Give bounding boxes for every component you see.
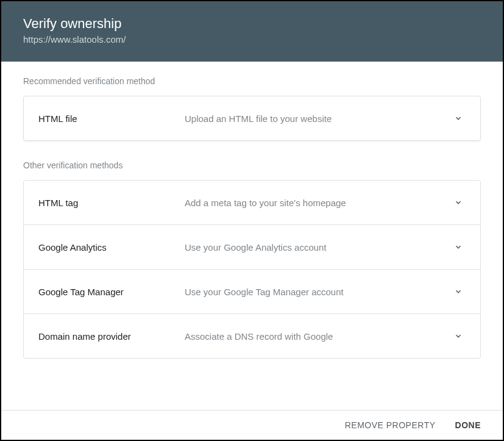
method-html-file[interactable]: HTML file Upload an HTML file to your we… — [24, 96, 480, 140]
done-button[interactable]: DONE — [455, 420, 481, 430]
method-title: Google Tag Manager — [38, 287, 185, 297]
method-desc: Upload an HTML file to your website — [185, 113, 451, 124]
remove-property-button[interactable]: REMOVE PROPERTY — [345, 420, 436, 430]
method-google-tag-manager[interactable]: Google Tag Manager Use your Google Tag M… — [24, 270, 480, 314]
method-desc: Associate a DNS record with Google — [185, 331, 451, 342]
recommended-section-label: Recommended verification method — [23, 76, 481, 86]
other-methods-panel: HTML tag Add a meta tag to your site's h… — [23, 180, 481, 359]
method-desc: Use your Google Tag Manager account — [185, 287, 451, 297]
method-desc: Add a meta tag to your site's homepage — [185, 198, 451, 208]
method-title: Domain name provider — [38, 331, 185, 342]
chevron-down-icon — [451, 284, 466, 299]
dialog-subtitle: https://www.slatools.com/ — [23, 34, 481, 45]
dialog-header: Verify ownership https://www.slatools.co… — [1, 1, 503, 62]
chevron-down-icon — [451, 195, 466, 210]
dialog-content: Recommended verification method HTML fil… — [1, 62, 503, 410]
dialog-footer: REMOVE PROPERTY DONE — [1, 410, 503, 440]
chevron-down-icon — [451, 111, 466, 126]
dialog-title: Verify ownership — [23, 16, 481, 32]
chevron-down-icon — [451, 240, 466, 254]
other-section-label: Other verification methods — [23, 160, 481, 170]
method-domain-name-provider[interactable]: Domain name provider Associate a DNS rec… — [24, 314, 480, 358]
method-title: Google Analytics — [38, 242, 185, 253]
method-google-analytics[interactable]: Google Analytics Use your Google Analyti… — [24, 225, 480, 270]
method-html-tag[interactable]: HTML tag Add a meta tag to your site's h… — [24, 181, 480, 225]
recommended-panel: HTML file Upload an HTML file to your we… — [23, 96, 481, 141]
method-title: HTML file — [38, 113, 185, 124]
chevron-down-icon — [451, 329, 466, 343]
method-title: HTML tag — [38, 198, 185, 208]
method-desc: Use your Google Analytics account — [185, 242, 451, 253]
